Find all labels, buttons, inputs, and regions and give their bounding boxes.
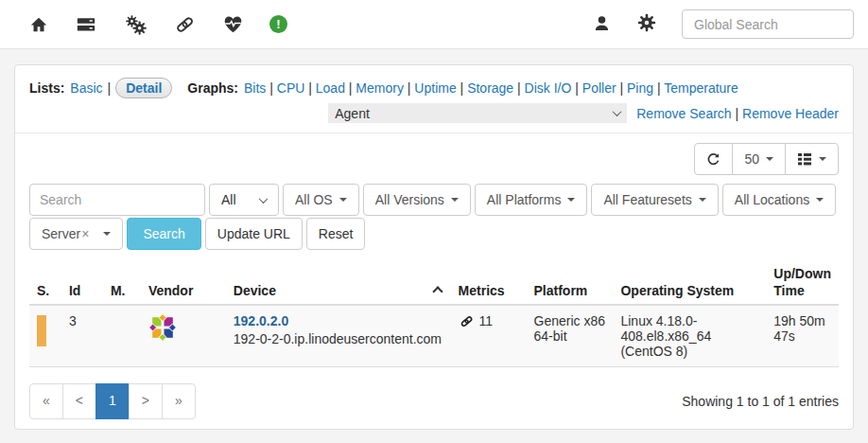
- maintenance-cell: [103, 305, 141, 367]
- versions-filter-dropdown[interactable]: All Versions: [363, 184, 471, 216]
- device-link[interactable]: 192.0.2.0: [234, 313, 443, 328]
- graph-link-cpu[interactable]: CPU: [269, 80, 304, 96]
- remove-search-link[interactable]: Remove Search: [636, 106, 731, 121]
- page-size-value: 50: [744, 151, 759, 167]
- caret-down-icon: [103, 232, 111, 236]
- col-header-updown-time[interactable]: Up/Down Time: [766, 261, 839, 305]
- graph-type-select[interactable]: Agent: [328, 103, 627, 123]
- graph-link-bits[interactable]: Bits: [244, 80, 266, 96]
- devices-panel: Lists: Basic | Detail Graphs: Bits CPU L…: [14, 64, 854, 430]
- vendor-cell: [141, 305, 226, 367]
- page-1-button[interactable]: 1: [95, 383, 130, 419]
- list-view-icon: [797, 152, 812, 166]
- alert-status-badge[interactable]: !: [269, 15, 287, 33]
- remove-tag-icon[interactable]: ×: [81, 226, 89, 241]
- updown-time-cell: 19h 50m 47s: [766, 305, 839, 367]
- status-cell: [29, 305, 61, 367]
- cogs-icon[interactable]: [123, 13, 148, 36]
- caret-down-icon: [451, 198, 459, 202]
- chevron-down-icon: [259, 194, 269, 204]
- locations-filter-dropdown[interactable]: All Locations: [722, 184, 836, 216]
- device-cell: 192.0.2.0 192-0-2-0.ip.linodeusercontent…: [226, 305, 451, 367]
- device-hostname: 192-0-2-0.ip.linodeusercontent.com: [234, 331, 443, 346]
- graph-link-storage[interactable]: Storage: [460, 80, 514, 96]
- col-header-status[interactable]: S.: [29, 261, 61, 305]
- caret-down-icon: [339, 198, 347, 202]
- graph-link-temperature[interactable]: Temperature: [657, 80, 738, 96]
- group-select-value: All: [221, 192, 236, 207]
- caret-down-icon: [766, 157, 773, 161]
- graph-link-load[interactable]: Load: [308, 80, 345, 96]
- graph-link-ping[interactable]: Ping: [619, 80, 653, 96]
- device-search-input[interactable]: [29, 184, 205, 216]
- graph-link-memory[interactable]: Memory: [349, 80, 404, 96]
- platform-cell: Generic x86 64-bit: [527, 305, 614, 367]
- os-cell: Linux 4.18.0-408.el8.x86_64 (CentOS 8): [613, 305, 766, 367]
- chevron-down-icon: [613, 107, 622, 116]
- ports-link-icon[interactable]: [459, 314, 475, 328]
- sort-ascending-icon: [432, 286, 443, 296]
- device-type-multiselect[interactable]: Server×: [29, 218, 123, 250]
- group-select[interactable]: All: [209, 184, 279, 216]
- status-warning-bar: [37, 315, 46, 346]
- devices-table: S. Id M. Vendor Device Metrics Platform …: [29, 261, 839, 367]
- page-first-button[interactable]: «: [29, 383, 63, 419]
- settings-gear-icon[interactable]: [636, 12, 657, 36]
- featuresets-filter-dropdown[interactable]: All Featuresets: [591, 184, 718, 216]
- metrics-count[interactable]: 11: [479, 313, 494, 328]
- page-size-dropdown[interactable]: 50: [732, 143, 786, 175]
- list-mode-detail-active[interactable]: Detail: [115, 78, 172, 98]
- col-header-metrics[interactable]: Metrics: [451, 261, 527, 305]
- table-row: 3: [29, 305, 839, 367]
- graph-link-poller[interactable]: Poller: [575, 80, 616, 96]
- reset-button[interactable]: Reset: [306, 218, 366, 250]
- graph-type-select-value: Agent: [335, 106, 370, 121]
- pagination: « < 1 > »: [29, 383, 196, 419]
- col-header-device[interactable]: Device: [226, 261, 451, 305]
- refresh-icon: [706, 152, 720, 167]
- metrics-cell: 11: [451, 305, 527, 367]
- device-type-tag: Server: [42, 226, 80, 241]
- col-header-vendor[interactable]: Vendor: [141, 261, 226, 305]
- chain-icon[interactable]: [173, 14, 197, 35]
- global-search-input[interactable]: [682, 9, 854, 39]
- search-button[interactable]: Search: [127, 218, 200, 250]
- id-cell: 3: [61, 305, 103, 367]
- list-mode-basic-link[interactable]: Basic: [70, 78, 102, 98]
- remove-header-link[interactable]: Remove Header: [736, 106, 839, 121]
- col-header-os[interactable]: Operating System: [613, 261, 766, 305]
- page-last-button[interactable]: »: [162, 383, 196, 419]
- refresh-button[interactable]: [694, 143, 733, 175]
- top-navbar: !: [0, 0, 868, 49]
- update-url-button[interactable]: Update URL: [205, 218, 303, 250]
- centos-logo-icon: [148, 313, 177, 342]
- separator: |: [108, 78, 112, 98]
- col-header-platform[interactable]: Platform: [527, 261, 614, 305]
- caret-down-icon: [567, 198, 575, 202]
- heartbeat-icon[interactable]: [222, 14, 244, 35]
- col-header-id[interactable]: Id: [61, 261, 103, 305]
- panel-heading: Lists: Basic | Detail Graphs: Bits CPU L…: [15, 65, 853, 133]
- graph-link-uptime[interactable]: Uptime: [408, 80, 457, 96]
- col-header-maintenance[interactable]: M.: [103, 261, 141, 305]
- platforms-filter-dropdown[interactable]: All Platforms: [475, 184, 588, 216]
- entries-summary: Showing 1 to 1 of 1 entries: [682, 394, 839, 409]
- page-prev-button[interactable]: <: [62, 383, 96, 419]
- graphs-label: Graphs:: [187, 78, 238, 98]
- user-icon[interactable]: [592, 13, 612, 36]
- page-next-button[interactable]: >: [129, 383, 163, 419]
- graph-link-diskio[interactable]: Disk I/O: [517, 80, 571, 96]
- view-mode-dropdown[interactable]: [785, 143, 839, 175]
- caret-down-icon: [699, 198, 706, 202]
- servers-icon[interactable]: [75, 14, 97, 35]
- caret-down-icon: [816, 198, 824, 202]
- lists-label: Lists:: [29, 78, 64, 98]
- caret-down-icon: [819, 157, 826, 161]
- home-icon[interactable]: [28, 14, 49, 35]
- os-filter-dropdown[interactable]: All OS: [283, 184, 359, 216]
